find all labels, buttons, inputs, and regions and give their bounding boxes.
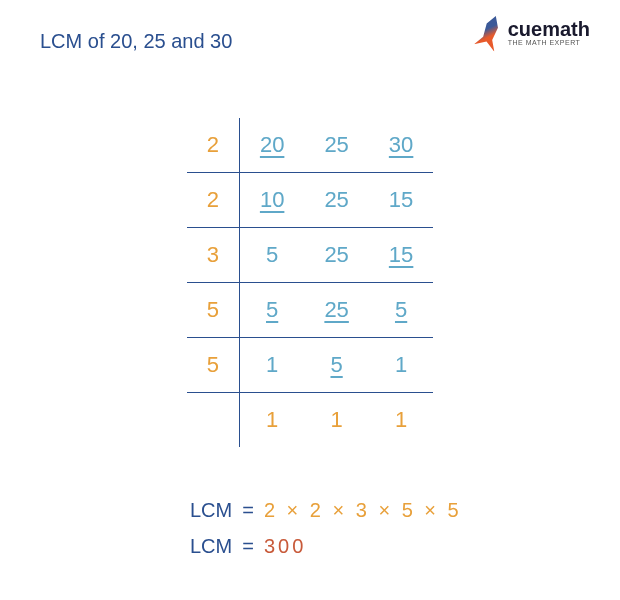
value-cell: 1 bbox=[304, 393, 368, 448]
value-cell: 25 bbox=[304, 228, 368, 283]
lcm-division-table: 22025302102515352515552555151111 bbox=[40, 118, 580, 447]
logo-text-stack: cuemath THE MATH EXPERT bbox=[508, 18, 590, 46]
value-cell: 25 bbox=[304, 173, 368, 228]
value-cell: 20 bbox=[239, 118, 304, 173]
table-row: 2102515 bbox=[187, 173, 434, 228]
brand-name: cuemath bbox=[508, 18, 590, 41]
lcm-label: LCM bbox=[190, 528, 232, 564]
result-value: 300 bbox=[264, 528, 306, 564]
brand-tagline: THE MATH EXPERT bbox=[508, 39, 590, 46]
equals-sign: = bbox=[242, 528, 254, 564]
result-section: LCM = 2 × 2 × 3 × 5 × 5 LCM = 300 bbox=[190, 492, 580, 564]
table-row: 55255 bbox=[187, 283, 434, 338]
result-factors-line: LCM = 2 × 2 × 3 × 5 × 5 bbox=[190, 492, 580, 528]
divisor-cell: 3 bbox=[187, 228, 240, 283]
divisor-cell: 2 bbox=[187, 118, 240, 173]
value-cell: 1 bbox=[369, 338, 433, 393]
value-cell: 1 bbox=[239, 338, 304, 393]
table-row: 2202530 bbox=[187, 118, 434, 173]
value-cell: 25 bbox=[304, 118, 368, 173]
divisor-cell: 5 bbox=[187, 338, 240, 393]
divisor-cell: 5 bbox=[187, 283, 240, 338]
table-row: 5151 bbox=[187, 338, 434, 393]
value-cell: 5 bbox=[304, 338, 368, 393]
brand-logo: cuemath THE MATH EXPERT bbox=[478, 15, 590, 49]
value-cell: 25 bbox=[304, 283, 368, 338]
rocket-icon bbox=[473, 12, 507, 52]
equals-sign: = bbox=[242, 492, 254, 528]
lcm-label: LCM bbox=[190, 492, 232, 528]
table-row: 352515 bbox=[187, 228, 434, 283]
value-cell: 30 bbox=[369, 118, 433, 173]
value-cell: 1 bbox=[369, 393, 433, 448]
value-cell: 5 bbox=[239, 228, 304, 283]
value-cell: 1 bbox=[239, 393, 304, 448]
value-cell: 5 bbox=[369, 283, 433, 338]
value-cell: 15 bbox=[369, 173, 433, 228]
result-value-line: LCM = 300 bbox=[190, 528, 580, 564]
divisor-cell: 2 bbox=[187, 173, 240, 228]
value-cell: 10 bbox=[239, 173, 304, 228]
factor-expression: 2 × 2 × 3 × 5 × 5 bbox=[264, 492, 462, 528]
table-row: 111 bbox=[187, 393, 434, 448]
value-cell: 5 bbox=[239, 283, 304, 338]
divisor-cell bbox=[187, 393, 240, 448]
value-cell: 15 bbox=[369, 228, 433, 283]
